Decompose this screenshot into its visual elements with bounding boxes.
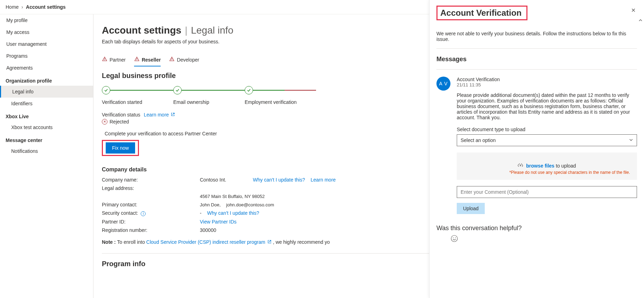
happy-face-icon[interactable] [436,235,637,244]
external-link-icon [267,239,273,245]
select-label: Select document type to upload [457,127,637,132]
sidebar-item-my-access[interactable]: My access [0,26,93,38]
security-contact-value: - [200,210,202,216]
sidebar-group-msg: Message center [0,133,93,145]
step-label: Verification started [102,99,142,105]
view-partner-ids-link[interactable]: View Partner IDs [200,219,237,225]
message-body: Please provide additional document(s) da… [457,92,637,120]
panel-title-highlight: Account Verification [436,6,527,20]
warning-icon [134,56,140,63]
warning-icon [169,56,175,63]
sidebar-item-my-profile[interactable]: My profile [0,14,93,26]
svg-point-7 [453,237,454,238]
fix-now-button[interactable]: Fix now [106,142,135,154]
close-icon: ✕ [631,7,636,13]
csp-program-link[interactable]: Cloud Service Provider (CSP) indirect re… [146,239,273,245]
warning-icon [102,56,107,63]
security-contact-label: Security contact: i [102,210,200,216]
tab-label: Reseller [142,57,161,63]
learn-more-link[interactable]: Learn more [144,112,175,118]
account-verification-panel: Account Verification ✕ We were not able … [429,0,644,298]
company-name-value: Contoso Int. [200,177,226,183]
learn-more-link[interactable]: Learn more [310,177,336,183]
messages-heading: Messages [436,56,637,63]
document-type-select[interactable]: Select an option [457,134,637,146]
registration-label: Registration number: [102,227,200,233]
select-value: Select an option [461,137,496,143]
tab-reseller[interactable]: Reseller [134,54,161,66]
sidebar-group-org: Organization profile [0,74,93,86]
svg-point-6 [451,235,457,242]
status-label: Verification status [102,112,140,118]
message-time: 21/11 11:35 [457,82,637,87]
status-value: Rejected [110,119,129,125]
step-done-icon [245,86,253,94]
sidebar-item-notifications[interactable]: Notifications [0,145,93,157]
tab-label: Partner [110,57,126,63]
helpful-question: Was this conversation helpful? [436,225,637,232]
svg-point-8 [455,237,456,238]
primary-contact-label: Primary contact: [102,202,200,207]
chevron-down-icon [629,137,633,143]
upload-button[interactable]: Upload [457,203,485,214]
why-cant-update-link[interactable]: Why can't I update this? [207,210,259,216]
step-label: Email ownership [173,99,209,105]
browse-files-link[interactable]: browse files [526,163,554,169]
breadcrumb-current: Account settings [26,4,66,10]
sidebar-item-identifiers[interactable]: Identifiers [0,98,93,109]
company-name-label: Company name: [102,177,200,183]
contact-email: john.doe@contoso.com [226,202,274,207]
upload-dropzone[interactable]: browse files to upload *Please do not us… [457,152,637,180]
sidebar-item-programs[interactable]: Programs [0,50,93,62]
sidebar-item-user-management[interactable]: User management [0,38,93,50]
info-icon: i [141,211,146,216]
tab-developer[interactable]: Developer [169,54,199,66]
sidebar-item-agreements[interactable]: Agreements [0,62,93,74]
sidebar-item-legal-info[interactable]: Legal info [0,86,93,98]
svg-point-3 [136,60,137,61]
close-button[interactable]: ✕ [630,6,637,15]
why-cant-update-link[interactable]: Why can't I update this? [253,177,305,183]
tab-label: Developer [177,57,199,63]
scroll-up-icon[interactable] [637,17,644,24]
cloud-upload-icon [518,163,525,169]
sidebar-group-xbox: Xbox Live [0,109,93,121]
svg-point-1 [104,60,105,61]
avatar: A V [436,77,450,91]
contact-name: John Doe, [200,202,220,207]
panel-subtitle: We were not able to verify your business… [436,31,637,42]
step-done-icon [102,86,110,94]
svg-point-5 [172,60,172,61]
tab-partner[interactable]: Partner [102,54,126,66]
step-done-icon [173,86,182,94]
sidebar: My profile My access User management Pro… [0,14,93,298]
to-upload-text: to upload [556,163,576,169]
page-title-main: Account settings [102,25,181,36]
breadcrumb-home[interactable]: Home [6,4,19,10]
message-sender: Account Verification [457,77,637,82]
sidebar-item-xbox-test[interactable]: Xbox test accounts [0,121,93,133]
legal-address-label: Legal address: [102,185,200,191]
chevron-right-icon: › [21,4,23,10]
comment-input[interactable] [457,186,637,198]
panel-title: Account Verification [440,8,522,18]
partner-id-label: Partner ID: [102,219,200,225]
fix-now-highlight: Fix now [102,140,139,156]
external-link-icon [171,112,175,118]
dropzone-warning: *Please do not use any special character… [464,170,630,175]
rejected-icon: ✕ [102,119,107,125]
page-title-sub: Legal info [191,25,233,36]
step-label: Employment verification [245,99,297,105]
